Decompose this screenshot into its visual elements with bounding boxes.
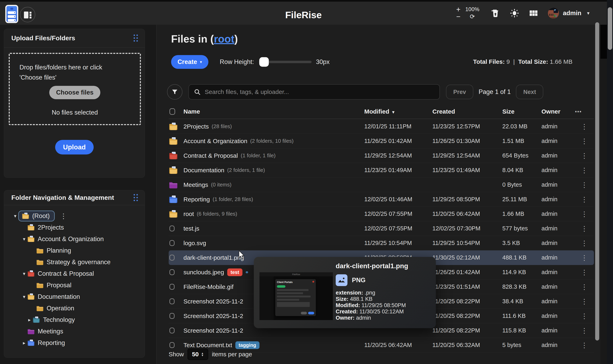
file-tag[interactable]: test <box>227 268 242 276</box>
slider-thumb[interactable] <box>259 57 269 67</box>
row-checkbox[interactable] <box>169 342 175 348</box>
theme-toggle-sun-icon[interactable] <box>510 9 519 18</box>
prev-page-button[interactable]: Prev <box>446 85 473 99</box>
zoom-in-button[interactable]: + <box>456 6 460 13</box>
file-dropzone[interactable]: Drop files/folders here or click 'Choose… <box>9 53 141 125</box>
column-header-size[interactable]: Size <box>502 108 542 115</box>
column-options-button[interactable]: ⋯ <box>575 107 594 116</box>
tree-item-operation[interactable]: Operation <box>4 302 145 314</box>
tree-expand-caret-icon[interactable]: ▸ <box>26 317 32 323</box>
items-per-page-select[interactable]: 50 ▲▼ <box>187 349 208 360</box>
file-tag[interactable] <box>246 271 248 273</box>
file-tag[interactable]: tagging <box>235 341 260 349</box>
folder-menu-kebab-icon[interactable]: ⋮ <box>60 212 67 220</box>
trash-restore-icon[interactable] <box>491 9 500 18</box>
row-actions-kebab-icon[interactable]: ⋮ <box>575 254 594 262</box>
tree-expand-caret-icon[interactable]: ▾ <box>21 294 27 300</box>
row-checkbox[interactable] <box>169 284 175 290</box>
create-button[interactable]: Create▾ <box>171 55 209 69</box>
drag-handle-icon[interactable] <box>134 35 138 42</box>
row-actions-kebab-icon[interactable]: ⋮ <box>575 137 594 145</box>
tree-item-strategy-governance[interactable]: Strategy & governance <box>4 256 145 268</box>
row-actions-kebab-icon[interactable]: ⋮ <box>575 312 594 320</box>
file-name[interactable]: Screenshot 2025-11-2 <box>183 327 243 334</box>
folder-name[interactable]: 2Projects <box>183 123 209 130</box>
row-actions-kebab-icon[interactable]: ⋮ <box>575 195 594 203</box>
file-name[interactable]: FileRise-Mobile.gif <box>183 284 234 290</box>
tree-expand-caret-icon[interactable]: ▾ <box>21 271 27 276</box>
layout-toggle-button[interactable] <box>20 7 35 22</box>
user-avatar[interactable] <box>548 8 559 19</box>
upload-button[interactable]: Upload <box>55 140 94 155</box>
file-name[interactable]: sunclouds.jpeg <box>183 269 224 276</box>
folder-name[interactable]: Meetings <box>183 182 208 188</box>
file-name[interactable]: Screenshot 2025-11-2 <box>183 312 243 319</box>
tree-item-technology[interactable]: ▸Technology <box>4 314 145 325</box>
table-row[interactable]: 2Projects(28 files)12/01/25 11:11PM11/23… <box>169 119 594 134</box>
select-all-checkbox[interactable] <box>169 108 175 115</box>
row-actions-kebab-icon[interactable]: ⋮ <box>575 181 594 189</box>
tree-item-contract-proposal[interactable]: ▾Contract & Proposal <box>4 268 145 279</box>
filter-button[interactable] <box>167 84 182 100</box>
folder-name[interactable]: root <box>183 210 194 217</box>
folder-name[interactable]: Reporting <box>183 196 210 203</box>
tree-expand-caret-icon[interactable]: ▾ <box>21 236 27 242</box>
row-checkbox[interactable] <box>169 240 175 246</box>
tree-item-meetings[interactable]: Meetings <box>4 325 145 337</box>
table-row[interactable]: Account & Organization(2 folders, 10 fil… <box>169 134 594 148</box>
row-actions-kebab-icon[interactable]: ⋮ <box>575 239 594 247</box>
filerise-logo-icon[interactable] <box>5 5 18 23</box>
row-actions-kebab-icon[interactable]: ⋮ <box>575 326 594 335</box>
row-actions-kebab-icon[interactable]: ⋮ <box>575 166 594 174</box>
column-header-owner[interactable]: Owner <box>542 108 575 115</box>
tree-item--root-[interactable]: ▾(Root)⋮ <box>4 210 145 222</box>
table-row[interactable]: test.js12/02/25 07:55PM12/02/25 07:30PM5… <box>169 221 594 236</box>
next-page-button[interactable]: Next <box>516 85 543 99</box>
window-scrollbar-thumb[interactable] <box>608 7 612 50</box>
table-row[interactable]: Contract & Proposal(1 folder, 1 file)11/… <box>169 148 594 163</box>
folder-name[interactable]: Documentation <box>183 167 224 174</box>
root-breadcrumb-link[interactable]: root <box>214 33 234 45</box>
drag-handle-icon[interactable] <box>134 194 138 201</box>
search-input[interactable] <box>204 88 435 96</box>
file-name[interactable]: test.js <box>183 225 199 232</box>
table-row[interactable]: Meetings(0 items)0 Bytesadmin⋮ <box>169 178 594 192</box>
file-name[interactable]: logo.svg <box>183 240 206 247</box>
row-checkbox[interactable] <box>169 299 175 304</box>
tree-item-planning[interactable]: Planning <box>4 245 145 256</box>
tree-expand-caret-icon[interactable]: ▾ <box>12 213 18 219</box>
folder-name[interactable]: Account & Organization <box>183 138 247 144</box>
file-name[interactable]: dark-client-portal1.png <box>183 254 244 261</box>
user-name[interactable]: admin <box>563 10 581 17</box>
table-row[interactable]: logo.svg11/29/25 10:54PM11/29/25 10:54PM… <box>169 236 594 250</box>
file-name[interactable]: Screenshot 2025-11-2 <box>183 298 243 305</box>
tree-item-selected-pill[interactable]: (Root) <box>18 210 55 221</box>
row-checkbox[interactable] <box>169 269 175 275</box>
row-checkbox[interactable] <box>169 313 175 319</box>
row-actions-kebab-icon[interactable]: ⋮ <box>575 210 594 218</box>
row-actions-kebab-icon[interactable]: ⋮ <box>575 224 594 233</box>
user-menu-caret-icon[interactable]: ▾ <box>587 10 589 16</box>
tree-item-2projects[interactable]: 2Projects <box>4 222 145 233</box>
column-header-created[interactable]: Created <box>432 108 502 115</box>
row-height-slider[interactable] <box>259 61 312 63</box>
row-checkbox[interactable] <box>169 225 175 231</box>
row-actions-kebab-icon[interactable]: ⋮ <box>575 283 594 291</box>
row-actions-kebab-icon[interactable]: ⋮ <box>575 341 594 349</box>
tree-expand-caret-icon[interactable]: ▸ <box>21 340 27 346</box>
tree-item-proposal[interactable]: Proposal <box>4 279 145 291</box>
column-header-name[interactable]: Name <box>183 108 364 115</box>
tree-item-reporting[interactable]: ▸Reporting <box>4 337 145 349</box>
folder-name[interactable]: Contract & Proposal <box>183 152 238 159</box>
row-checkbox[interactable] <box>169 327 175 333</box>
search-box[interactable] <box>189 84 440 100</box>
file-name[interactable]: Text Document.txt <box>183 342 232 349</box>
zoom-reset-icon[interactable]: ⟳ <box>470 13 475 20</box>
table-row[interactable]: Reporting(1 folder, 28 files)12/02/25 01… <box>169 192 594 207</box>
table-row[interactable]: root(6 folders, 9 files)12/02/25 07:55PM… <box>169 207 594 221</box>
content-scrollbar[interactable] <box>595 22 599 340</box>
tree-item-account-organization[interactable]: ▾Account & Organization <box>4 233 145 245</box>
apps-grid-icon[interactable] <box>529 9 538 18</box>
row-actions-kebab-icon[interactable]: ⋮ <box>575 297 594 305</box>
table-row[interactable]: Documentation(2 folders, 1 file)11/23/25… <box>169 163 594 178</box>
